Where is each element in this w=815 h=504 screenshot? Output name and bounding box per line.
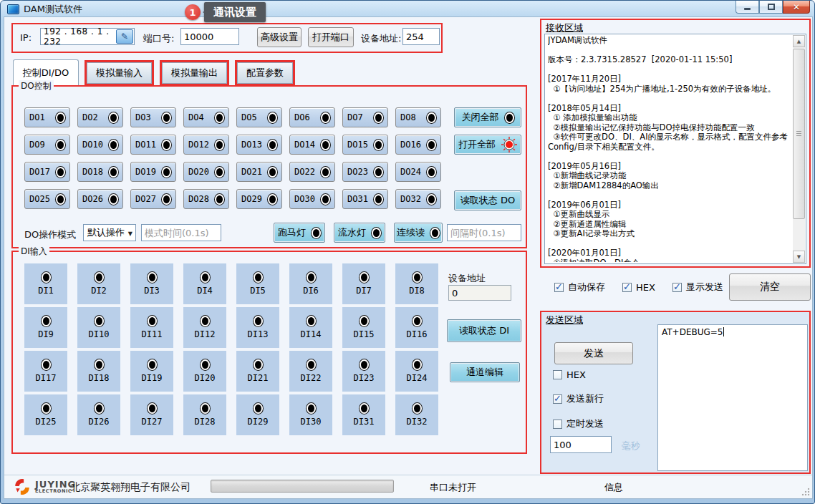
tab-analog-input[interactable]: 模拟量输入 [87, 62, 152, 84]
led-icon [321, 140, 330, 150]
do-channel-label: DO22 [294, 167, 315, 177]
clear-button[interactable]: 清空 [729, 273, 811, 301]
hex-send-checkbox[interactable]: HEX [553, 369, 604, 380]
led-icon [162, 194, 171, 205]
read-do-state-button[interactable]: 读取状态 DO [454, 190, 521, 210]
do-channel-button-do29[interactable]: DO29 [236, 189, 282, 209]
port-label: 端口号: [143, 32, 174, 45]
read-di-state-button[interactable]: 读取状态 DI [447, 319, 521, 342]
do-channel-button-do32[interactable]: DO32 [395, 189, 441, 209]
do-channel-button-do20[interactable]: DO20 [183, 162, 229, 182]
close-button[interactable]: ✕ [783, 1, 810, 14]
led-icon [374, 112, 383, 123]
receive-area-group: 接收区域 JYDAM调试软件 版本号：2.3.7315.28527 [2020-… [540, 19, 811, 268]
close-all-button[interactable]: 关闭全部 [454, 107, 521, 127]
channel-edit-button[interactable]: 通道编辑 [450, 362, 520, 382]
tab-analog-output[interactable]: 模拟量输出 [162, 62, 227, 84]
annotation-badge: 1 [185, 4, 201, 20]
auto-save-checkbox[interactable]: 自动保存 [554, 281, 605, 294]
di-channel-label: DI10 [89, 329, 110, 339]
port-input[interactable] [180, 28, 239, 45]
di-channel-tile-di9: DI9 [24, 307, 67, 348]
maximize-button[interactable] [759, 1, 783, 14]
do-channel-button-do18[interactable]: DO18 [77, 162, 123, 182]
minimize-button[interactable] [736, 1, 759, 14]
advanced-settings-button[interactable]: 高级设置 [257, 27, 302, 47]
device-addr-input[interactable] [402, 28, 440, 45]
do-channel-button-do25[interactable]: DO25 [24, 189, 70, 209]
timed-send-checkbox[interactable]: 定时发送 [553, 417, 604, 430]
do-channel-button-do27[interactable]: DO27 [130, 189, 176, 209]
led-icon [42, 359, 51, 370]
show-send-checkbox[interactable]: 显示发送 [672, 281, 723, 294]
do-channel-button-do1[interactable]: DO1 [24, 107, 70, 127]
scroll-up-icon[interactable]: ▲ [793, 35, 805, 47]
do-channel-button-do15[interactable]: DO15 [342, 135, 388, 155]
di-device-addr-input[interactable] [448, 285, 511, 301]
hex-receive-checkbox[interactable]: HEX [622, 281, 655, 294]
do-channel-button-do8[interactable]: DO8 [395, 107, 441, 127]
led-icon [321, 112, 330, 123]
send-input[interactable]: AT+DEBUG=5 [657, 324, 808, 471]
do-channel-label: DO23 [347, 167, 368, 177]
do-channel-button-do13[interactable]: DO13 [236, 135, 282, 155]
send-newline-checkbox[interactable]: 发送新行 [553, 392, 604, 405]
do-mode-select[interactable]: 默认操作 ▼ [83, 224, 136, 241]
send-interval-input[interactable] [550, 436, 612, 453]
led-icon [505, 112, 514, 123]
receive-log[interactable]: JYDAM调试软件 版本号：2.3.7315.28527 [2020-01-11… [544, 34, 806, 264]
scroll-down-icon[interactable]: ▼ [793, 251, 805, 263]
led-icon [374, 140, 383, 150]
led-icon [307, 272, 316, 283]
send-button[interactable]: 发送 [554, 342, 633, 364]
do-channel-button-do24[interactable]: DO24 [395, 162, 441, 182]
do-channel-button-do16[interactable]: DO16 [395, 135, 441, 155]
do-channel-button-do11[interactable]: DO11 [130, 135, 176, 155]
do-channel-button-do4[interactable]: DO4 [183, 107, 229, 127]
do-channel-button-do7[interactable]: DO7 [342, 107, 388, 127]
do-channel-button-do31[interactable]: DO31 [342, 189, 388, 209]
ip-input[interactable]: 192 . 168 . 1 . 232 ✎ [40, 28, 135, 45]
do-channel-button-do2[interactable]: DO2 [77, 107, 123, 127]
open-all-button[interactable]: 打开全部 [454, 135, 521, 155]
di-channel-tile-di1: DI1 [24, 263, 67, 304]
led-icon [307, 403, 316, 414]
juying-logo-icon [13, 478, 32, 496]
do-channel-button-do21[interactable]: DO21 [236, 162, 282, 182]
brand-logo: JUYING ELECTRONIC [13, 478, 76, 496]
do-channel-button-do12[interactable]: DO12 [183, 135, 229, 155]
di-channel-tile-di27: DI27 [130, 394, 173, 435]
open-port-button[interactable]: 打开端口 [308, 27, 354, 47]
interval-time-input[interactable] [447, 224, 521, 241]
led-icon [109, 194, 118, 205]
di-channel-tile-di7: DI7 [342, 263, 385, 304]
scrollbar-thumb[interactable] [793, 49, 805, 219]
do-channel-button-do28[interactable]: DO28 [183, 189, 229, 209]
mode-time-input[interactable] [141, 224, 221, 241]
di-channel-tile-di24: DI24 [395, 351, 438, 392]
edit-ip-icon[interactable]: ✎ [116, 29, 133, 44]
resize-grip[interactable] [801, 488, 810, 496]
led-icon [201, 316, 210, 326]
do-channel-button-do9[interactable]: DO9 [24, 135, 70, 155]
do-channel-button-do22[interactable]: DO22 [289, 162, 335, 182]
led-icon [254, 272, 263, 283]
scrollbar[interactable]: ▲ ▼ [793, 35, 805, 263]
do-channel-button-do26[interactable]: DO26 [77, 189, 123, 209]
flow-light-button[interactable]: 流水灯 [334, 223, 385, 243]
marquee-button[interactable]: 跑马灯 [274, 223, 325, 243]
do-channel-button-do30[interactable]: DO30 [289, 189, 335, 209]
do-channel-button-do19[interactable]: DO19 [130, 162, 176, 182]
do-channel-button-do3[interactable]: DO3 [130, 107, 176, 127]
led-icon [268, 167, 277, 178]
do-channel-button-do6[interactable]: DO6 [289, 107, 335, 127]
do-channel-button-do23[interactable]: DO23 [342, 162, 388, 182]
do-channel-button-do14[interactable]: DO14 [289, 135, 335, 155]
checkbox-label: 发送新行 [566, 392, 604, 405]
do-channel-button-do5[interactable]: DO5 [236, 107, 282, 127]
continuous-read-button[interactable]: 连续读 [394, 223, 443, 243]
do-channel-button-do17[interactable]: DO17 [24, 162, 70, 182]
receive-options: 自动保存HEX显示发送 [554, 281, 723, 294]
do-channel-button-do10[interactable]: DO10 [77, 135, 123, 155]
tab-config-params[interactable]: 配置参数 [237, 62, 293, 84]
